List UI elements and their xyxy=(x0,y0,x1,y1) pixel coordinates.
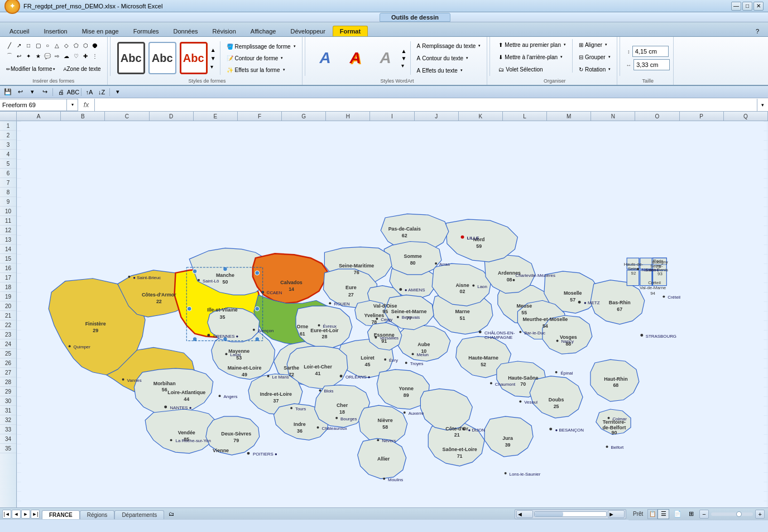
row-28[interactable]: 28 xyxy=(0,377,16,387)
shape-star5[interactable]: ★ xyxy=(33,51,43,61)
row-33[interactable]: 33 xyxy=(0,425,16,434)
page-layout-btn[interactable]: 📄 xyxy=(671,509,683,519)
row-3[interactable]: 3 xyxy=(0,140,16,150)
row-30[interactable]: 30 xyxy=(0,396,16,406)
col-b[interactable]: B xyxy=(61,112,105,121)
col-p[interactable]: P xyxy=(680,112,724,121)
undo-dropdown[interactable]: ▾ xyxy=(27,87,38,97)
wordart-scroll-up[interactable]: ▲ xyxy=(401,48,407,54)
add-sheet-btn[interactable]: 🗂 xyxy=(166,509,176,519)
styles-dropdown[interactable]: ▾ xyxy=(210,63,217,70)
sel-handle-tr[interactable] xyxy=(255,271,260,275)
row-11[interactable]: 11 xyxy=(0,216,16,226)
row-29[interactable]: 29 xyxy=(0,387,16,396)
shape-pentagon[interactable]: ⬠ xyxy=(71,40,81,50)
row-32[interactable]: 32 xyxy=(0,415,16,425)
save-btn[interactable]: 💾 xyxy=(2,87,13,97)
styles-scroll-up[interactable]: ▲ xyxy=(210,46,217,54)
wordart-style-3[interactable]: A xyxy=(371,43,400,74)
shape-line[interactable]: ╱ xyxy=(4,40,15,50)
tab-developpeur[interactable]: Développeur xyxy=(283,26,332,36)
tab-format[interactable]: Format xyxy=(333,26,368,36)
name-box-dropdown[interactable]: ▾ xyxy=(67,99,78,111)
tab-formules[interactable]: Formules xyxy=(126,26,166,36)
col-o[interactable]: O xyxy=(635,112,679,121)
row-16[interactable]: 16 xyxy=(0,263,16,273)
qat-more[interactable]: ▾ xyxy=(112,87,123,97)
sheet-last-btn[interactable]: ►| xyxy=(31,510,40,519)
shape-oval[interactable]: ○ xyxy=(42,40,52,50)
tab-insertion[interactable]: Insertion xyxy=(36,26,74,36)
arriere-plan-btn[interactable]: ⬇Mettre à l'arrière-plan▾ xyxy=(496,51,569,63)
scroll-right-btn[interactable]: ► xyxy=(608,510,625,518)
sheet-next-btn[interactable]: ► xyxy=(21,510,30,519)
office-button[interactable]: ✦ xyxy=(4,0,20,14)
shape-arrow3[interactable]: ⇨ xyxy=(52,51,62,61)
shape-star4[interactable]: ✦ xyxy=(23,51,33,61)
row-26[interactable]: 26 xyxy=(0,358,16,368)
aligner-btn[interactable]: ⊞Aligner▾ xyxy=(576,39,613,50)
width-input[interactable] xyxy=(633,59,670,70)
shape-octagon[interactable]: ⯃ xyxy=(90,40,100,50)
shape-callout[interactable]: 💬 xyxy=(42,51,52,61)
row-21[interactable]: 21 xyxy=(0,311,16,320)
redo-btn[interactable]: ↪ xyxy=(39,87,50,97)
col-j[interactable]: J xyxy=(415,112,459,121)
effets-texte-btn[interactable]: AEffets du texte▾ xyxy=(414,65,484,76)
tab-revision[interactable]: Révision xyxy=(205,26,243,36)
row-34[interactable]: 34 xyxy=(0,434,16,444)
row-25[interactable]: 25 xyxy=(0,349,16,358)
row-20[interactable]: 20 xyxy=(0,301,16,311)
wordart-dropdown[interactable]: ▾ xyxy=(401,63,407,69)
col-i[interactable]: I xyxy=(370,112,414,121)
col-k[interactable]: K xyxy=(459,112,503,121)
sheet-prev-btn[interactable]: ◄ xyxy=(12,510,21,519)
sheet-tab-departements[interactable]: Départements xyxy=(114,510,164,519)
zoom-in-btn[interactable]: + xyxy=(755,510,765,519)
col-m[interactable]: M xyxy=(547,112,591,121)
scroll-left-btn[interactable]: ◄ xyxy=(516,510,533,518)
premier-plan-btn[interactable]: ⬆Mettre au premier plan▾ xyxy=(496,39,569,50)
remplissage-forme-btn[interactable]: 🪣Remplissage de forme▾ xyxy=(224,41,299,52)
row-6[interactable]: 6 xyxy=(0,169,16,178)
spell-btn[interactable]: ABC xyxy=(68,87,79,97)
row-7[interactable]: 7 xyxy=(0,178,16,188)
shape-diamond[interactable]: ◇ xyxy=(61,40,71,50)
window-controls[interactable]: — □ ✕ xyxy=(731,2,764,11)
shape-triangle[interactable]: △ xyxy=(52,40,62,50)
sheet-tab-regions[interactable]: Régions xyxy=(80,510,115,519)
sel-handle-ml[interactable] xyxy=(187,306,191,311)
row-2[interactable]: 2 xyxy=(0,131,16,140)
col-g[interactable]: G xyxy=(282,112,326,121)
abc-style-2[interactable]: Abc xyxy=(148,42,176,74)
row-4[interactable]: 4 xyxy=(0,150,16,159)
styles-scroll-down[interactable]: ▼ xyxy=(210,55,217,62)
sort-asc-btn[interactable]: ↑A xyxy=(84,87,95,97)
wordart-style-2[interactable]: A xyxy=(341,43,370,74)
col-l[interactable]: L xyxy=(503,112,547,121)
shape-heart[interactable]: ♡ xyxy=(71,51,81,61)
row-13[interactable]: 13 xyxy=(0,235,16,245)
remplissage-texte-btn[interactable]: ARemplissage du texte▾ xyxy=(414,40,484,51)
row-23[interactable]: 23 xyxy=(0,330,16,339)
undo-btn[interactable]: ↩ xyxy=(15,87,26,97)
help-button[interactable]: ? xyxy=(751,26,764,36)
height-input[interactable] xyxy=(632,46,669,57)
sheet-first-btn[interactable]: |◄ xyxy=(2,510,11,519)
contour-texte-btn[interactable]: AContour du texte▾ xyxy=(414,52,484,64)
col-c[interactable]: C xyxy=(105,112,149,121)
fx-button[interactable]: fx xyxy=(78,99,95,111)
sel-handle-tl[interactable] xyxy=(193,269,197,274)
shape-more[interactable]: ⋮ xyxy=(90,51,100,61)
shape-arrow-line[interactable]: ↗ xyxy=(14,40,24,50)
formula-expand[interactable]: ▾ xyxy=(757,99,768,111)
row-5[interactable]: 5 xyxy=(0,159,16,169)
print-btn[interactable]: 🖨 xyxy=(55,87,66,97)
row-17[interactable]: 17 xyxy=(0,273,16,282)
zoom-slider[interactable] xyxy=(711,512,753,516)
row-22[interactable]: 22 xyxy=(0,320,16,330)
wordart-scroll-down[interactable]: ▼ xyxy=(401,55,407,61)
volet-selection-btn[interactable]: 🗂Volet Sélection xyxy=(496,64,569,75)
minimize-button[interactable]: — xyxy=(731,2,741,11)
row-31[interactable]: 31 xyxy=(0,406,16,415)
